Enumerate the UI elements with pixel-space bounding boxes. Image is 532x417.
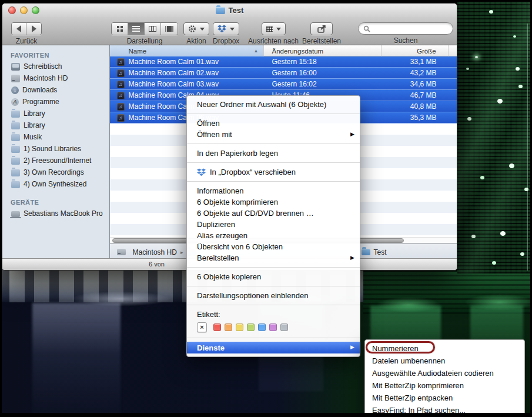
submenu-item-dateien-umbenennen[interactable]: Dateien umbenennen xyxy=(365,355,524,367)
view-list-button[interactable] xyxy=(128,23,145,35)
back-button[interactable] xyxy=(12,23,26,35)
file-name: Machine Room Calm 02.wav xyxy=(129,69,219,77)
file-size: 43,2 MB xyxy=(382,68,449,78)
column-header-size-label: Größe xyxy=(417,48,436,55)
sidebar-item-schreibtisch[interactable]: Schreibtisch xyxy=(2,61,109,72)
menu-item-label: Übersicht von 6 Objekten xyxy=(197,241,283,252)
dropbox-button[interactable] xyxy=(213,22,239,35)
sidebar: FAVORITEN SchreibtischMacintosh HDDownlo… xyxy=(2,45,110,259)
context-menu: Neuer Ordner mit Auswahl (6 Objekte)Öffn… xyxy=(186,95,360,357)
view-icons-button[interactable] xyxy=(112,23,128,35)
sidebar-item-sebastians-macbook-pro[interactable]: Sebastians MacBook Pro xyxy=(2,208,109,219)
sidebar-item-3-own-recordings[interactable]: 3) Own Recordings xyxy=(2,166,109,178)
sidebar-item-macintosh-hd[interactable]: Macintosh HD xyxy=(2,72,109,84)
sidebar-item-1-sound-libraries[interactable]: 1) Sound Libraries xyxy=(2,143,109,155)
file-size: 34,6 MB xyxy=(382,79,449,89)
table-row[interactable]: Machine Room Calm 02.wavGestern 16:0043,… xyxy=(110,68,457,79)
label-purple-button[interactable] xyxy=(269,323,277,331)
close-button[interactable] xyxy=(8,6,16,14)
sidebar-item-4-own-synthesized[interactable]: 4) Own Synthesized xyxy=(2,178,109,190)
menu-item-6-objekte-auf-cd-dvd-brennen[interactable]: 6 Objekte auf CD/DVD brennen … xyxy=(187,208,360,219)
column-header-date[interactable]: Änderungsdatum xyxy=(264,45,382,56)
menu-item-dienste[interactable]: Dienste▶ xyxy=(187,342,360,353)
proxy-folder-icon[interactable] xyxy=(216,7,225,14)
menu-item-in-den-papierkorb-legen[interactable]: In den Papierkorb legen xyxy=(187,148,360,159)
view-columns-button[interactable] xyxy=(145,23,161,35)
forward-button[interactable] xyxy=(26,23,41,35)
label-green-button[interactable] xyxy=(247,323,255,331)
dropbox-label: Dropbox xyxy=(213,37,239,45)
chevron-down-icon xyxy=(276,28,281,31)
gear-icon xyxy=(188,25,196,33)
submenu-arrow-icon: ▶ xyxy=(350,342,354,353)
path-item-root[interactable]: Macintosh HD ▸ xyxy=(117,244,196,259)
menu-item-6-objekte-komprimieren[interactable]: 6 Objekte komprimieren xyxy=(187,196,360,208)
table-row[interactable]: Machine Room Calm 03.wavGestern 16:0234,… xyxy=(110,79,457,90)
dropbox-icon xyxy=(197,168,206,176)
screen: Test Zurück Darstellung xyxy=(0,0,532,417)
sidebar-item-programme[interactable]: Programme xyxy=(2,96,109,108)
menu-item-öffnen[interactable]: Öffnen xyxy=(187,118,360,129)
menu-item-label: Öffnen mit xyxy=(197,129,232,140)
sidebar-item-downloads[interactable]: Downloads xyxy=(2,84,109,96)
file-size: 46,7 MB xyxy=(382,90,449,101)
sidebar-item-label: Schreibtisch xyxy=(24,62,62,71)
submenu-item-easyfind-in-pfad-suchen[interactable]: EasyFind: In Pfad suchen... xyxy=(365,404,524,416)
column-view-icon xyxy=(149,26,156,32)
label-orange-button[interactable] xyxy=(225,323,232,331)
path-item-current[interactable]: Test xyxy=(362,244,387,259)
folder-icon xyxy=(11,157,20,165)
view-coverflow-button[interactable] xyxy=(161,23,178,35)
menu-item-in-dropbox-verschieben[interactable]: In „Dropbox“ verschieben xyxy=(187,166,360,178)
file-extra-cell xyxy=(449,56,457,67)
arrange-button[interactable] xyxy=(262,22,286,35)
file-extra-cell xyxy=(449,68,457,78)
file-name: Machine Room Calm 01.wav xyxy=(129,58,219,66)
sidebar-item-library[interactable]: Library xyxy=(2,108,109,119)
menu-item-alias-erzeugen[interactable]: Alias erzeugen xyxy=(187,230,360,241)
menu-item-neuer-ordner-mit-auswahl-6-objekte[interactable]: Neuer Ordner mit Auswahl (6 Objekte) xyxy=(187,99,360,110)
column-header-name[interactable]: Name ▲ xyxy=(110,45,264,56)
file-date: Gestern 15:18 xyxy=(264,56,382,67)
music-file-icon xyxy=(117,81,125,88)
submenu-item-mit-betterzip-komprimieren[interactable]: Mit BetterZip komprimieren xyxy=(365,379,524,392)
sidebar-item-musik[interactable]: Musik xyxy=(2,131,109,143)
back-label: Zurück xyxy=(16,37,38,45)
share-button[interactable] xyxy=(310,22,333,35)
path-current-label: Test xyxy=(374,248,387,256)
arrange-group: Ausrichten nach xyxy=(246,22,300,45)
menu-item-darstellungsoptionen-einblenden[interactable]: Darstellungsoptionen einblenden xyxy=(187,290,360,301)
menu-item-übersicht-von-6-objekten[interactable]: Übersicht von 6 Objekten xyxy=(187,241,360,252)
menu-separator xyxy=(187,162,360,163)
search-label: Suchen xyxy=(394,36,418,45)
sidebar-item-2-freesound-internet[interactable]: 2) Freesound/Internet xyxy=(2,155,109,166)
label-red-button[interactable] xyxy=(213,323,221,331)
zoom-button[interactable] xyxy=(32,6,39,14)
label-blue-button[interactable] xyxy=(258,323,266,331)
menu-item-duplizieren[interactable]: Duplizieren xyxy=(187,219,360,230)
menu-item-informationen[interactable]: Informationen xyxy=(187,185,360,196)
action-button[interactable] xyxy=(183,22,209,35)
menu-item-bereitstellen[interactable]: Bereitstellen▶ xyxy=(187,252,360,263)
status-text: 6 von xyxy=(149,261,165,268)
label-yellow-button[interactable] xyxy=(236,323,243,331)
titlebar[interactable]: Test xyxy=(2,4,457,17)
submenu-item-mit-betterzip-entpacken[interactable]: Mit BetterZip entpacken xyxy=(365,392,524,404)
column-header-size[interactable]: Größe xyxy=(382,45,449,56)
label-gray-button[interactable] xyxy=(280,323,288,331)
sidebar-item-library[interactable]: Library xyxy=(2,119,109,131)
search-input[interactable] xyxy=(358,22,453,35)
submenu-item-ausgewählte-audiodateien-codieren[interactable]: Ausgewählte Audiodateien codieren xyxy=(365,367,524,379)
menu-item-label: Dienste xyxy=(197,342,225,353)
label-none-button[interactable]: × xyxy=(197,322,207,332)
submenu-arrow-icon: ▶ xyxy=(350,252,354,263)
menu-item-öffnen-mit[interactable]: Öffnen mit▶ xyxy=(187,129,360,140)
menu-item-label: Duplizieren xyxy=(197,219,235,230)
music-file-icon xyxy=(117,69,125,77)
menu-item-label: Alias erzeugen xyxy=(197,230,247,241)
menu-item-6-objekte-kopieren[interactable]: 6 Objekte kopieren xyxy=(187,271,360,282)
minimize-button[interactable] xyxy=(20,6,28,14)
menu-item-label: In „Dropbox“ verschieben xyxy=(210,166,296,178)
file-size: 35,3 MB xyxy=(382,112,449,123)
table-row[interactable]: Machine Room Calm 01.wavGestern 15:1833,… xyxy=(110,56,457,68)
